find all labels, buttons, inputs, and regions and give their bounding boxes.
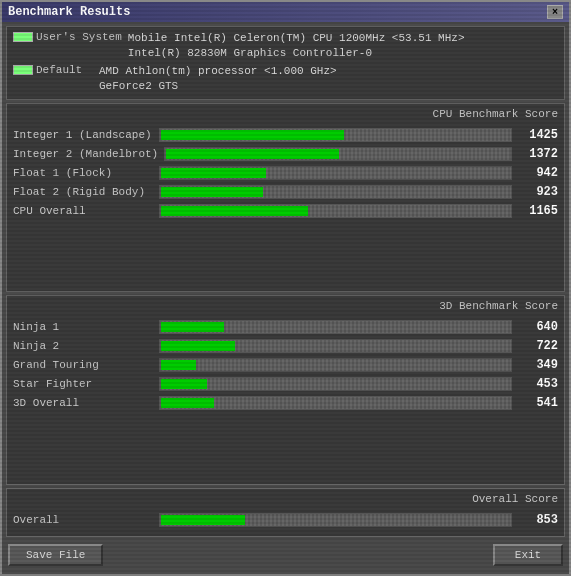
bench-label: Integer 1 (Landscape)	[13, 129, 153, 141]
bar-track	[160, 378, 511, 390]
bar-container	[159, 185, 512, 199]
bar-fill	[161, 515, 245, 525]
close-button[interactable]: ×	[547, 5, 563, 19]
cpu-benchmark-section: CPU Benchmark Score Integer 1 (Landscape…	[6, 103, 565, 293]
benchmark-window: Benchmark Results × User's System Mobile…	[0, 0, 571, 576]
table-row: Star Fighter453	[13, 377, 558, 391]
bench-score: 640	[518, 320, 558, 334]
default-system-label-box: Default	[13, 64, 93, 76]
bar-fill	[161, 168, 266, 178]
bar-container	[159, 320, 512, 334]
table-row: Float 2 (Rigid Body)923	[13, 185, 558, 199]
bar-fill	[161, 130, 344, 140]
bar-container	[159, 513, 512, 527]
user-system-line1: Mobile Intel(R) Celeron(TM) CPU 1200MHz …	[128, 31, 465, 46]
table-row: Float 1 (Flock)942	[13, 166, 558, 180]
bar-fill	[166, 149, 339, 159]
bar-fill	[161, 322, 224, 332]
overall-section: Overall Score Overall853	[6, 488, 565, 537]
threed-rows: Ninja 1640Ninja 2722Grand Touring349Star…	[13, 320, 558, 410]
bar-container	[159, 204, 512, 218]
bar-container	[159, 396, 512, 410]
bench-label: Float 1 (Flock)	[13, 167, 153, 179]
default-system-line1: AMD Athlon(tm) processor <1.000 GHz>	[99, 64, 337, 79]
table-row: Overall853	[13, 513, 558, 527]
table-row: Ninja 2722	[13, 339, 558, 353]
bar-fill	[161, 187, 263, 197]
bench-score: 1425	[518, 128, 558, 142]
table-row: CPU Overall1165	[13, 204, 558, 218]
bar-fill	[161, 360, 196, 370]
bench-label: Star Fighter	[13, 378, 153, 390]
title-bar: Benchmark Results ×	[2, 2, 569, 22]
bar-track	[160, 359, 511, 371]
bench-label: Ninja 1	[13, 321, 153, 333]
overall-rows: Overall853	[13, 513, 558, 527]
bar-container	[159, 128, 512, 142]
bench-score: 453	[518, 377, 558, 391]
user-system-info: Mobile Intel(R) Celeron(TM) CPU 1200MHz …	[128, 31, 465, 62]
bench-label: 3D Overall	[13, 397, 153, 409]
threed-benchmark-section: 3D Benchmark Score Ninja 1640Ninja 2722G…	[6, 295, 565, 485]
default-system-indicator	[13, 65, 33, 75]
user-system-label-box: User's System	[13, 31, 122, 43]
bench-label: Grand Touring	[13, 359, 153, 371]
bench-score: 853	[518, 513, 558, 527]
bench-label: Float 2 (Rigid Body)	[13, 186, 153, 198]
bench-label: CPU Overall	[13, 205, 153, 217]
bench-score: 541	[518, 396, 558, 410]
default-system-row: Default AMD Athlon(tm) processor <1.000 …	[13, 64, 558, 95]
table-row: Ninja 1640	[13, 320, 558, 334]
user-system-section: User's System Mobile Intel(R) Celeron(TM…	[6, 26, 565, 100]
bar-container	[159, 166, 512, 180]
bench-score: 722	[518, 339, 558, 353]
window-body: User's System Mobile Intel(R) Celeron(TM…	[2, 22, 569, 574]
default-system-label: Default	[36, 64, 82, 76]
cpu-section-title: CPU Benchmark Score	[13, 108, 558, 122]
user-system-row: User's System Mobile Intel(R) Celeron(TM…	[13, 31, 558, 62]
bench-score: 942	[518, 166, 558, 180]
bench-label: Integer 2 (Mandelbrot)	[13, 148, 158, 160]
exit-button[interactable]: Exit	[493, 544, 563, 566]
table-row: Integer 1 (Landscape)1425	[13, 128, 558, 142]
bar-container	[159, 377, 512, 391]
user-system-line2: Intel(R) 82830M Graphics Controller-0	[128, 46, 465, 61]
save-file-button[interactable]: Save File	[8, 544, 103, 566]
overall-section-title: Overall Score	[13, 493, 558, 507]
bar-fill	[161, 341, 235, 351]
button-row: Save File Exit	[6, 540, 565, 570]
bar-container	[164, 147, 512, 161]
bench-score: 923	[518, 185, 558, 199]
user-system-label: User's System	[36, 31, 122, 43]
bench-score: 1165	[518, 204, 558, 218]
default-system-info: AMD Athlon(tm) processor <1.000 GHz> GeF…	[99, 64, 337, 95]
bench-score: 1372	[518, 147, 558, 161]
table-row: Grand Touring349	[13, 358, 558, 372]
bar-container	[159, 358, 512, 372]
bar-fill	[161, 206, 308, 216]
bench-label: Ninja 2	[13, 340, 153, 352]
threed-section-title: 3D Benchmark Score	[13, 300, 558, 314]
bar-container	[159, 339, 512, 353]
window-title: Benchmark Results	[8, 5, 130, 19]
bar-fill	[161, 398, 214, 408]
user-system-indicator	[13, 32, 33, 42]
table-row: Integer 2 (Mandelbrot)1372	[13, 147, 558, 161]
table-row: 3D Overall541	[13, 396, 558, 410]
bench-label: Overall	[13, 514, 153, 526]
bench-score: 349	[518, 358, 558, 372]
default-system-line2: GeForce2 GTS	[99, 79, 337, 94]
bar-fill	[161, 379, 207, 389]
cpu-rows: Integer 1 (Landscape)1425Integer 2 (Mand…	[13, 128, 558, 218]
